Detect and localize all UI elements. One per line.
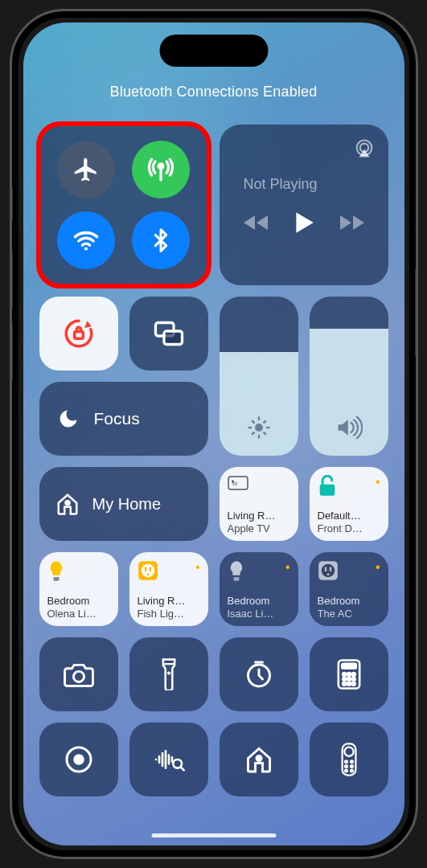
tv-remote-icon xyxy=(340,743,358,776)
device-bulb-bedroom-isaac[interactable]: • Bedroom Isaac Li… xyxy=(220,552,298,626)
device-title: Living R… xyxy=(138,595,200,607)
airplane-mode-toggle[interactable] xyxy=(57,141,115,199)
svg-point-7 xyxy=(255,424,263,432)
svg-point-33 xyxy=(343,678,346,681)
play-icon xyxy=(294,211,314,235)
bluetooth-icon xyxy=(148,227,174,253)
row-2: Focus xyxy=(39,297,388,456)
calculator-button[interactable] xyxy=(310,637,388,711)
rewind-button[interactable] xyxy=(242,213,269,232)
home-label: My Home xyxy=(92,495,162,514)
antenna-icon xyxy=(147,156,174,183)
svg-point-47 xyxy=(345,765,347,768)
svg-point-26 xyxy=(166,671,170,674)
lightbulb-icon xyxy=(47,560,65,583)
bluetooth-toggle[interactable] xyxy=(132,211,190,269)
connectivity-module[interactable] xyxy=(39,125,208,285)
wifi-toggle[interactable] xyxy=(57,211,115,269)
screen-record-button[interactable] xyxy=(39,723,118,796)
svg-rect-19 xyxy=(233,577,239,581)
device-bulb-living-fish[interactable]: • Living R… Fish Lig… xyxy=(129,552,208,626)
row-tools-2 xyxy=(39,723,388,796)
backward-icon xyxy=(242,213,269,232)
home-app-button[interactable]: My Home xyxy=(39,467,208,541)
play-button[interactable] xyxy=(294,211,314,235)
svg-point-1 xyxy=(84,247,88,250)
svg-point-36 xyxy=(343,682,346,686)
sun-icon xyxy=(247,416,271,440)
svg-rect-23 xyxy=(329,567,331,571)
device-plug-ac[interactable]: • Bedroom The AC xyxy=(310,552,388,626)
moon-icon xyxy=(57,407,80,430)
timer-button[interactable] xyxy=(220,637,298,711)
device-lock[interactable]: • Default… Front D… xyxy=(310,467,388,541)
row-connectivity-media: Not Playing xyxy=(39,125,388,285)
screen: Bluetooth Connections Enabled xyxy=(23,23,404,845)
screen-mirror-toggle[interactable] xyxy=(129,297,208,371)
screen-mirror-icon xyxy=(152,318,186,349)
device-title: Bedroom xyxy=(228,595,290,607)
device-sub: Apple TV xyxy=(228,522,290,534)
media-status-label: Not Playing xyxy=(244,176,374,193)
padlock-icon xyxy=(318,475,337,497)
home-indicator[interactable] xyxy=(151,833,276,837)
device-bulb-bedroom-olena[interactable]: Bedroom Olena Li… xyxy=(39,552,118,626)
svg-point-31 xyxy=(347,673,351,676)
svg-point-0 xyxy=(158,164,163,169)
appletv-icon: tv xyxy=(228,475,248,491)
tv-remote-button[interactable] xyxy=(310,723,388,796)
speaker-icon xyxy=(335,416,363,440)
svg-point-50 xyxy=(351,770,353,772)
device-sub: Isaac Li… xyxy=(228,608,290,620)
device-title: Living R… xyxy=(228,510,290,522)
device-appletv[interactable]: tv Living R… Apple TV xyxy=(220,467,298,541)
device-sub: Olena Li… xyxy=(47,608,110,620)
device-title: Bedroom xyxy=(47,595,110,607)
device-sub: The AC xyxy=(318,608,380,620)
focus-label: Focus xyxy=(94,409,140,428)
svg-point-44 xyxy=(344,747,353,756)
tutorial-highlight xyxy=(36,121,211,289)
dynamic-island xyxy=(159,35,268,67)
home-button[interactable] xyxy=(220,723,298,796)
device-title: Bedroom xyxy=(318,595,380,607)
brightness-slider[interactable] xyxy=(220,297,298,456)
house-icon xyxy=(55,492,80,516)
focus-toggle[interactable]: Focus xyxy=(39,382,208,456)
svg-rect-17 xyxy=(149,567,150,571)
svg-point-25 xyxy=(73,671,84,682)
camera-button[interactable] xyxy=(39,637,118,711)
home-icon xyxy=(244,745,273,774)
cellular-data-toggle[interactable] xyxy=(132,141,190,199)
device-title: Default… xyxy=(318,510,380,522)
svg-rect-4 xyxy=(74,331,83,338)
forward-button[interactable] xyxy=(339,213,366,232)
row-home-devices: My Home tv Living R… Apple TV • xyxy=(39,467,388,541)
lightbulb-icon xyxy=(228,560,245,583)
svg-rect-9 xyxy=(228,477,248,489)
airplay-button[interactable] xyxy=(353,137,376,160)
rotation-lock-toggle[interactable] xyxy=(39,297,118,371)
volume-slider[interactable] xyxy=(310,297,388,456)
mute-switch xyxy=(10,188,13,220)
svg-point-48 xyxy=(351,765,353,768)
svg-point-49 xyxy=(345,770,347,772)
side-button xyxy=(415,268,418,357)
row-devices-2: Bedroom Olena Li… • Living R… Fish Lig… xyxy=(39,552,388,626)
svg-point-42 xyxy=(257,756,261,761)
sound-recognition-button[interactable] xyxy=(129,723,208,796)
media-controls xyxy=(234,211,374,235)
svg-point-40 xyxy=(73,754,84,765)
forward-icon xyxy=(339,213,366,232)
wifi-icon xyxy=(72,226,101,255)
airplay-icon xyxy=(353,137,376,160)
outlet-icon xyxy=(318,560,339,581)
device-sub: Front D… xyxy=(318,522,380,534)
volume-down-button xyxy=(10,325,13,381)
flashlight-button[interactable] xyxy=(129,637,208,711)
rotation-lock-icon xyxy=(62,317,96,350)
sound-recognition-icon xyxy=(153,746,185,773)
svg-rect-13 xyxy=(53,577,59,581)
svg-rect-22 xyxy=(324,567,326,571)
media-player-module[interactable]: Not Playing xyxy=(220,125,388,285)
